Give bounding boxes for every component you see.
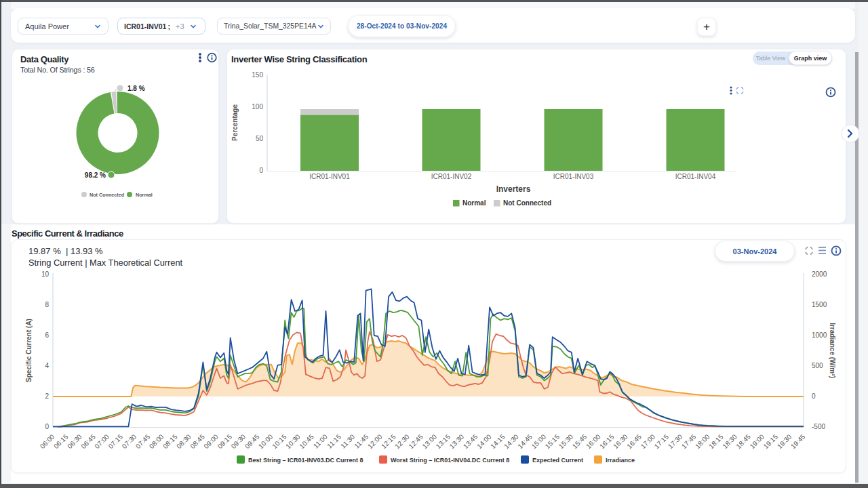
svg-text:15:00: 15:00 bbox=[530, 432, 548, 450]
svg-text:13:45: 13:45 bbox=[462, 432, 479, 450]
svg-text:0: 0 bbox=[812, 392, 816, 400]
svg-text:ICR01-INV01: ICR01-INV01 bbox=[309, 173, 350, 180]
svg-text:98.2 %: 98.2 % bbox=[85, 171, 106, 179]
svg-text:13:00: 13:00 bbox=[421, 432, 439, 450]
svg-text:1000: 1000 bbox=[812, 331, 827, 339]
svg-text:Irradiance: Irradiance bbox=[606, 457, 635, 464]
svg-text:100: 100 bbox=[252, 103, 263, 110]
svg-text:ICR01-INV03: ICR01-INV03 bbox=[553, 173, 594, 180]
svg-text:19:15: 19:15 bbox=[762, 432, 780, 450]
svg-text:18:30: 18:30 bbox=[721, 432, 738, 450]
svg-text:09:15: 09:15 bbox=[216, 432, 234, 450]
svg-text:13:30: 13:30 bbox=[448, 432, 466, 450]
svg-text:50: 50 bbox=[256, 135, 264, 142]
svg-text:09:00: 09:00 bbox=[202, 432, 220, 450]
svg-text:11:15: 11:15 bbox=[326, 432, 342, 449]
svg-text:Percentage: Percentage bbox=[231, 104, 239, 141]
svg-text:13:15: 13:15 bbox=[435, 432, 452, 450]
svg-text:14:30: 14:30 bbox=[502, 432, 520, 450]
svg-text:06:15: 06:15 bbox=[52, 432, 70, 450]
svg-text:17:45: 17:45 bbox=[680, 432, 698, 450]
svg-text:08:00: 08:00 bbox=[148, 432, 165, 450]
svg-text:14:00: 14:00 bbox=[475, 432, 493, 450]
svg-text:Irradiance (W/m²): Irradiance (W/m²) bbox=[829, 323, 836, 378]
svg-text:Worst String – ICR01-INV04.DC: Worst String – ICR01-INV04.DC Current 8 bbox=[391, 457, 509, 464]
svg-text:10:15: 10:15 bbox=[271, 432, 288, 450]
svg-text:Best String – ICR01-INV03.DC C: Best String – ICR01-INV03.DC Current 8 bbox=[248, 457, 363, 464]
svg-text:08:45: 08:45 bbox=[189, 432, 206, 450]
svg-text:06:30: 06:30 bbox=[66, 432, 83, 450]
svg-text:6: 6 bbox=[45, 331, 49, 339]
svg-text:19:45: 19:45 bbox=[789, 432, 807, 450]
svg-text:Inverters: Inverters bbox=[496, 184, 531, 194]
svg-text:11:30: 11:30 bbox=[339, 432, 356, 449]
svg-text:11:45: 11:45 bbox=[353, 432, 370, 449]
svg-text:ICR01-INV04: ICR01-INV04 bbox=[675, 173, 716, 180]
svg-text:1500: 1500 bbox=[812, 301, 827, 308]
svg-text:4: 4 bbox=[45, 362, 49, 369]
svg-text:8: 8 bbox=[45, 301, 49, 308]
svg-text:0: 0 bbox=[259, 167, 263, 174]
svg-text:Not Connected: Not Connected bbox=[90, 192, 124, 198]
svg-text:1.8 %: 1.8 % bbox=[127, 85, 145, 92]
svg-text:14:15: 14:15 bbox=[489, 432, 507, 450]
svg-text:18:00: 18:00 bbox=[694, 432, 711, 450]
svg-text:16:15: 16:15 bbox=[598, 432, 616, 450]
svg-text:10:00: 10:00 bbox=[257, 432, 275, 450]
svg-text:14:45: 14:45 bbox=[516, 432, 534, 450]
svg-text:18:45: 18:45 bbox=[734, 432, 752, 450]
svg-text:ICR01-INV02: ICR01-INV02 bbox=[431, 173, 472, 180]
svg-text:08:30: 08:30 bbox=[175, 432, 193, 450]
svg-text:18:15: 18:15 bbox=[707, 432, 725, 450]
svg-text:150: 150 bbox=[252, 71, 263, 79]
svg-text:11:00: 11:00 bbox=[312, 432, 329, 449]
svg-text:Normal: Normal bbox=[462, 199, 486, 207]
svg-text:-500: -500 bbox=[812, 423, 825, 430]
svg-text:15:30: 15:30 bbox=[557, 432, 575, 450]
svg-text:2: 2 bbox=[45, 392, 49, 400]
svg-text:12:30: 12:30 bbox=[393, 432, 411, 450]
svg-text:06:00: 06:00 bbox=[39, 432, 56, 450]
svg-text:0: 0 bbox=[45, 423, 49, 430]
svg-text:16:45: 16:45 bbox=[625, 432, 643, 450]
svg-text:12:00: 12:00 bbox=[366, 432, 384, 450]
svg-text:10:30: 10:30 bbox=[284, 432, 302, 450]
svg-text:09:45: 09:45 bbox=[243, 432, 261, 450]
svg-text:Normal: Normal bbox=[136, 192, 153, 198]
svg-text:10: 10 bbox=[41, 270, 50, 278]
svg-text:07:45: 07:45 bbox=[134, 432, 152, 450]
svg-text:12:15: 12:15 bbox=[380, 432, 397, 450]
svg-text:12:45: 12:45 bbox=[407, 432, 425, 450]
svg-text:Expected Current: Expected Current bbox=[532, 457, 583, 464]
svg-text:06:45: 06:45 bbox=[79, 432, 97, 450]
svg-text:2000: 2000 bbox=[812, 270, 827, 278]
svg-text:09:30: 09:30 bbox=[230, 432, 248, 450]
svg-text:07:30: 07:30 bbox=[121, 432, 138, 450]
svg-text:07:15: 07:15 bbox=[107, 432, 125, 450]
svg-text:15:45: 15:45 bbox=[571, 432, 589, 450]
svg-text:15:15: 15:15 bbox=[544, 432, 561, 450]
svg-text:17:30: 17:30 bbox=[667, 432, 684, 450]
svg-text:17:15: 17:15 bbox=[653, 432, 671, 450]
svg-text:Not Connected: Not Connected bbox=[503, 199, 551, 207]
svg-text:10:45: 10:45 bbox=[298, 432, 315, 450]
svg-text:17:00: 17:00 bbox=[639, 432, 657, 450]
svg-text:07:00: 07:00 bbox=[93, 432, 111, 450]
svg-text:19:30: 19:30 bbox=[776, 432, 793, 450]
svg-text:16:00: 16:00 bbox=[585, 432, 602, 450]
svg-text:500: 500 bbox=[812, 362, 823, 369]
svg-text:Specific Current (A): Specific Current (A) bbox=[25, 319, 33, 382]
svg-text:08:15: 08:15 bbox=[161, 432, 179, 450]
svg-text:19:00: 19:00 bbox=[749, 432, 766, 450]
svg-text:16:30: 16:30 bbox=[612, 432, 629, 450]
